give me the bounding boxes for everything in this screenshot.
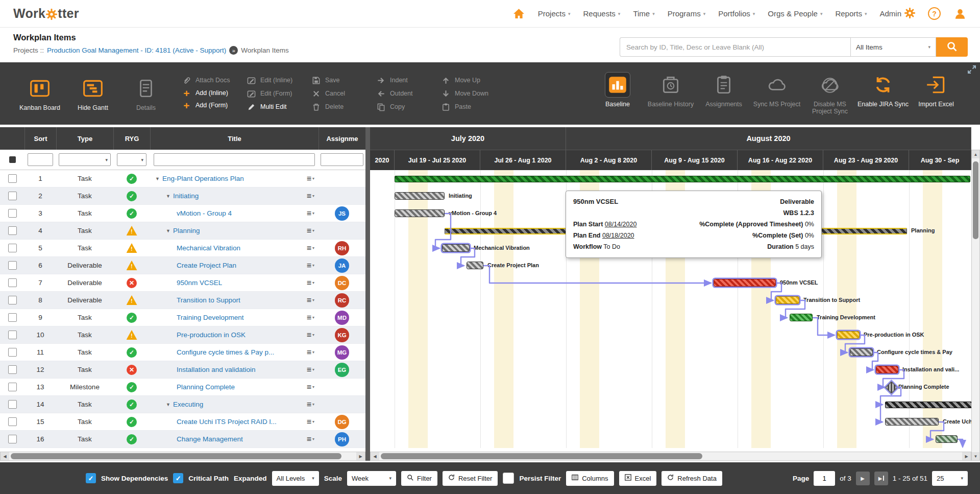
hide-gantt-button[interactable]: Hide Gantt: [66, 76, 119, 111]
scrollbar-thumb[interactable]: [381, 453, 702, 459]
workotter-logo[interactable]: Work tter: [13, 6, 79, 21]
row-title-link[interactable]: Pre-production in OSK: [177, 331, 246, 339]
refresh-data-button[interactable]: Refresh Data: [662, 471, 722, 486]
gantt-bar[interactable]: [885, 418, 939, 426]
gantt-bar[interactable]: [850, 348, 873, 356]
assignee-avatar[interactable]: KG: [335, 328, 349, 342]
excel-button[interactable]: Excel: [619, 471, 657, 486]
gantt-bar[interactable]: [467, 262, 483, 269]
nav-item-programs[interactable]: Programs▾: [668, 9, 706, 18]
help-icon[interactable]: ?: [928, 7, 941, 20]
scroll-right-icon[interactable]: ▶: [962, 452, 971, 460]
breadcrumb-project-link[interactable]: Production Goal Management - ID: 4181 (A…: [47, 46, 226, 54]
assignee-avatar[interactable]: MD: [335, 311, 349, 325]
row-title-link[interactable]: Installation and validatioin: [177, 366, 256, 373]
nav-item-portfolios[interactable]: Portfolios▾: [718, 9, 755, 18]
gantt-week-label[interactable]: Aug 30 - Sep: [909, 150, 971, 170]
scrollbar-thumb[interactable]: [11, 453, 341, 459]
gantt-week-label[interactable]: Aug 2 - Aug 8 2020: [566, 150, 652, 170]
row-checkbox[interactable]: [8, 435, 17, 443]
gantt-bar[interactable]: [936, 435, 958, 443]
persist-filter-checkbox[interactable]: [503, 473, 514, 484]
filter-sort-input[interactable]: [28, 153, 53, 166]
row-menu-icon[interactable]: ≡▾: [307, 348, 314, 357]
gantt-bar[interactable]: [876, 366, 898, 373]
scroll-up-icon[interactable]: ▲: [972, 150, 979, 158]
add-form-button[interactable]: +Add (Form): [182, 102, 244, 109]
column-header-assignme[interactable]: Assignme: [318, 127, 365, 150]
gantt-bar[interactable]: [714, 279, 776, 287]
row-title-link[interactable]: Configure cycle times & Pay p...: [177, 348, 274, 356]
nav-item-orgs-people[interactable]: Orgs & People▾: [768, 9, 822, 18]
page-number-input[interactable]: [814, 471, 835, 486]
row-checkbox[interactable]: [8, 261, 17, 270]
row-checkbox[interactable]: [8, 383, 17, 391]
row-menu-icon[interactable]: ≡▾: [307, 209, 314, 218]
gantt-week-label[interactable]: Aug 23 - Aug 29 2020: [823, 150, 909, 170]
gantt-week-label[interactable]: Jul 26 - Aug 1 2020: [480, 150, 566, 170]
column-header-title[interactable]: Title: [150, 127, 318, 150]
row-menu-icon[interactable]: ≡▾: [307, 313, 314, 322]
scroll-left-icon[interactable]: ◀: [371, 452, 379, 460]
filter-type-select[interactable]: ▾: [59, 153, 111, 166]
enable-jira-sync-button[interactable]: Enable JIRA Sync: [856, 73, 910, 115]
row-checkbox[interactable]: [8, 313, 17, 322]
assignee-avatar[interactable]: DG: [335, 415, 349, 429]
row-menu-icon[interactable]: ≡▾: [307, 365, 314, 374]
row-menu-icon[interactable]: ≡▾: [307, 226, 314, 236]
scale-select[interactable]: Week ▾: [347, 471, 396, 486]
filter-button[interactable]: Filter: [401, 471, 437, 486]
assignee-avatar[interactable]: RH: [335, 241, 349, 255]
row-title-link[interactable]: Mechanical Vibration: [177, 244, 240, 252]
row-title-link[interactable]: 950nm VCSEL: [177, 279, 222, 287]
search-button[interactable]: [936, 37, 968, 57]
row-checkbox[interactable]: [8, 331, 17, 339]
row-checkbox[interactable]: [8, 365, 17, 374]
row-checkbox[interactable]: [8, 209, 17, 218]
last-page-button[interactable]: ▶: [874, 472, 888, 485]
row-title-link[interactable]: Executing: [173, 401, 203, 408]
filter-title-input[interactable]: [154, 153, 315, 166]
import-excel-button[interactable]: Import Excel: [910, 73, 963, 115]
gantt-bar[interactable]: [395, 192, 445, 200]
critical-path-checkbox[interactable]: ✓: [173, 473, 183, 483]
row-menu-icon[interactable]: ≡▾: [307, 435, 314, 444]
milestone-marker[interactable]: [885, 381, 897, 393]
assignee-avatar[interactable]: EG: [335, 363, 349, 377]
next-page-button[interactable]: ▶: [856, 472, 870, 485]
row-menu-icon[interactable]: ≡▾: [307, 296, 314, 305]
row-menu-icon[interactable]: ≡▾: [307, 174, 314, 183]
select-all-checkbox[interactable]: [9, 156, 16, 163]
row-menu-icon[interactable]: ≡▾: [307, 331, 314, 340]
search-input[interactable]: [620, 37, 850, 57]
baseline-button[interactable]: Baseline: [591, 73, 644, 115]
assignee-avatar[interactable]: JA: [335, 258, 349, 273]
expand-collapse-icon[interactable]: ▼: [166, 228, 170, 233]
add-inline-button[interactable]: +Add (Inline): [182, 89, 244, 97]
gantt-bar[interactable]: [837, 331, 860, 339]
assignee-avatar[interactable]: RC: [335, 293, 349, 308]
column-header-ryg[interactable]: RYG: [113, 127, 150, 150]
row-title-link[interactable]: Planning Complete: [177, 383, 235, 391]
row-checkbox[interactable]: [8, 244, 17, 252]
gantt-week-label[interactable]: Aug 9 - Aug 15 2020: [652, 150, 738, 170]
user-icon[interactable]: [953, 7, 967, 20]
gantt-bar[interactable]: [790, 314, 813, 321]
expand-collapse-icon[interactable]: ▼: [166, 194, 170, 199]
row-checkbox[interactable]: [8, 226, 17, 235]
scrollbar-thumb[interactable]: [973, 161, 978, 239]
expand-collapse-icon[interactable]: ▼: [166, 402, 170, 407]
row-title-link[interactable]: Training Development: [177, 314, 244, 321]
home-icon[interactable]: [512, 8, 525, 19]
filter-ryg-select[interactable]: ▾: [117, 153, 146, 166]
nav-item-time[interactable]: Time▾: [633, 9, 654, 18]
row-menu-icon[interactable]: ≡▾: [307, 417, 314, 427]
row-title-link[interactable]: Planning: [173, 227, 200, 234]
row-title-link[interactable]: Create Project Plan: [177, 262, 236, 269]
columns-button[interactable]: Columns: [566, 471, 614, 486]
nav-item-projects[interactable]: Projects▾: [538, 9, 571, 18]
page-size-select[interactable]: 25 ▾: [932, 471, 968, 486]
row-title-link[interactable]: Create Uchi ITS Project RAID l...: [177, 418, 277, 426]
row-checkbox[interactable]: [8, 417, 17, 426]
row-title-link[interactable]: Eng-Plant Operations Plan: [162, 175, 244, 182]
